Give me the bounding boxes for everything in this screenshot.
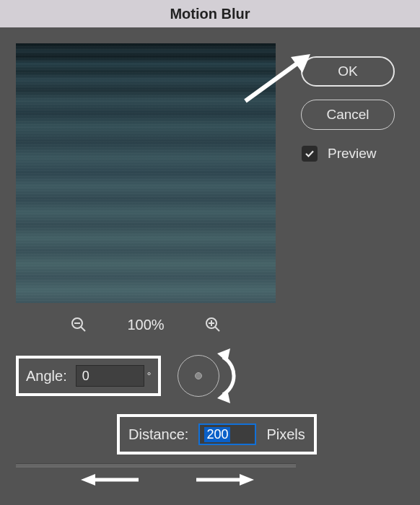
angle-wheel-knob — [195, 372, 202, 379]
angle-label: Angle: — [26, 368, 67, 385]
slider-annotation-arrows — [81, 469, 254, 491]
svg-line-1 — [81, 327, 85, 331]
rotate-arrows-icon — [217, 346, 246, 405]
zoom-level: 100% — [127, 317, 164, 333]
svg-marker-13 — [81, 474, 95, 486]
distance-control: Distance: 200 Pixels — [117, 414, 317, 454]
angle-input[interactable] — [76, 365, 144, 387]
distance-unit: Pixels — [266, 426, 305, 443]
dialog-title: Motion Blur — [0, 0, 420, 27]
distance-input[interactable]: 200 — [198, 423, 256, 445]
arrow-right-icon — [196, 473, 254, 486]
zoom-out-icon[interactable] — [70, 316, 87, 333]
preview-label: Preview — [328, 146, 377, 162]
ok-button[interactable]: OK — [301, 56, 395, 87]
cancel-button[interactable]: Cancel — [301, 100, 395, 130]
svg-marker-15 — [240, 474, 254, 486]
zoom-in-icon[interactable] — [204, 316, 222, 333]
distance-label: Distance: — [128, 426, 188, 443]
angle-control: Angle: ° — [16, 356, 161, 396]
angle-unit: ° — [147, 370, 152, 382]
svg-line-4 — [215, 327, 219, 331]
angle-wheel[interactable] — [178, 355, 219, 397]
distance-slider-track[interactable] — [16, 463, 296, 467]
preview-image — [16, 43, 276, 303]
check-icon — [304, 148, 315, 159]
preview-checkbox[interactable] — [302, 146, 318, 162]
arrow-left-icon — [81, 473, 139, 486]
